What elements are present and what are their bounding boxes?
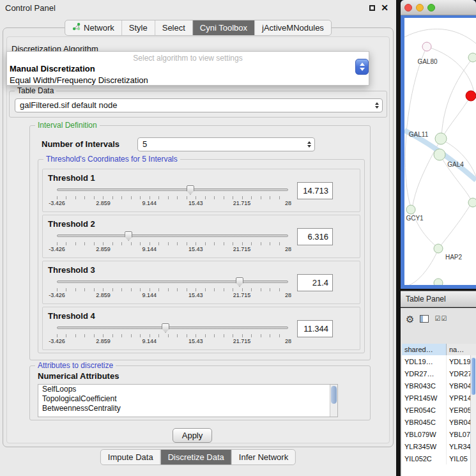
- network-node[interactable]: [468, 198, 476, 207]
- window-title: Control Panel: [5, 0, 56, 17]
- network-canvas[interactable]: GAL80 GAL11 GAL4 GCY1 HAP2: [404, 18, 476, 285]
- tab-impute-data-label: Impute Data: [108, 450, 153, 464]
- tick-label: -3.426: [49, 292, 65, 298]
- tab-impute-data[interactable]: Impute Data: [101, 450, 160, 464]
- threshold-1-slider-thumb[interactable]: [187, 185, 194, 195]
- table-scrollbar[interactable]: [470, 355, 476, 476]
- tab-style[interactable]: Style: [121, 20, 155, 35]
- node-label-hap2: HAP2: [445, 254, 463, 261]
- threshold-4-value-field[interactable]: 11.344: [297, 320, 333, 337]
- threshold-2-slider[interactable]: [57, 231, 288, 241]
- tab-jactivemnodules-label: jActiveMNodules: [262, 20, 324, 35]
- network-view-window: GAL80 GAL11 GAL4 GCY1 HAP2: [401, 0, 476, 289]
- slider-tick-marks: [57, 196, 288, 199]
- select-columns-icon[interactable]: ☑☑: [434, 316, 447, 322]
- table-row[interactable]: YDL19… YDL19: [402, 355, 476, 367]
- mac-close-icon[interactable]: [404, 4, 412, 12]
- table-data-combo[interactable]: galFiltered.sif default node: [15, 98, 383, 112]
- network-node-gal11[interactable]: [435, 133, 447, 144]
- chevron-up-icon: [360, 63, 365, 66]
- column-header-shared-name[interactable]: shared…: [402, 344, 447, 355]
- network-node-gcy1[interactable]: [406, 205, 415, 214]
- mac-minimize-icon[interactable]: [416, 4, 424, 12]
- tab-jactivemnodules[interactable]: jActiveMNodules: [254, 20, 331, 35]
- threshold-2-panel: Threshold 2 -3.426 2.859 9.144 15.43 21.…: [42, 215, 360, 258]
- table-row[interactable]: YDR27… YDR27: [402, 367, 476, 380]
- tab-cyni-toolbox-label: Cyni Toolbox: [200, 20, 247, 35]
- gear-icon[interactable]: ⚙: [406, 314, 414, 324]
- attributes-group: Attributes to discretize Numerical Attri…: [29, 365, 371, 420]
- table-panel-header[interactable]: Table Panel: [401, 291, 476, 307]
- algorithm-option-manual[interactable]: Manual Discretization: [7, 63, 369, 73]
- mac-zoom-icon[interactable]: [427, 4, 435, 12]
- network-graph: GAL80 GAL11 GAL4 GCY1 HAP2: [404, 18, 476, 285]
- table-data-combo-value: galFiltered.sif default node: [15, 99, 382, 112]
- list-item[interactable]: BetweennessCentrality: [38, 404, 337, 413]
- cell-shared-name: YDR27…: [402, 367, 447, 380]
- tab-discretize-data[interactable]: Discretize Data: [160, 450, 231, 464]
- tab-infer-network-label: Infer Network: [239, 450, 288, 464]
- chevron-down-icon: [360, 68, 365, 71]
- network-node-selected[interactable]: [466, 91, 476, 101]
- cell-shared-name: YBR043C: [402, 380, 447, 392]
- combo-stepper-icon: [375, 99, 379, 112]
- table-row[interactable]: YPR145W YPR14: [402, 392, 476, 404]
- attributes-scrollbar[interactable]: [330, 385, 337, 417]
- table-row[interactable]: YBL079W YBL07: [402, 428, 476, 440]
- cell-shared-name: YPR145W: [402, 392, 447, 404]
- tick-label: 9.144: [142, 200, 157, 206]
- tab-cyni-toolbox[interactable]: Cyni Toolbox: [192, 20, 254, 35]
- tab-network[interactable]: Network: [65, 20, 121, 35]
- close-icon[interactable]: ✕: [381, 3, 388, 13]
- table-row[interactable]: YBR045C YBR04: [402, 416, 476, 428]
- tick-label: -3.426: [49, 246, 65, 252]
- column-header-name[interactable]: na…: [447, 344, 476, 355]
- node-label-gal80: GAL80: [417, 58, 438, 65]
- threshold-1-value-field[interactable]: 14.713: [297, 182, 333, 199]
- tick-label: 2.859: [96, 246, 111, 252]
- table-row[interactable]: YIL052C YIL05: [402, 452, 476, 464]
- scrollbar-thumb[interactable]: [331, 386, 337, 404]
- threshold-1-label: Threshold 1: [48, 173, 95, 183]
- scrollbar-thumb[interactable]: [472, 358, 475, 395]
- tick-label: 2.859: [96, 200, 111, 206]
- threshold-3-panel: Threshold 3 -3.426 2.859 9.144 15.43 21.…: [42, 261, 360, 304]
- threshold-4-slider[interactable]: [57, 323, 288, 333]
- threshold-4-slider-thumb[interactable]: [162, 323, 169, 333]
- algorithm-placeholder: Select algorithm to view settings: [7, 52, 369, 63]
- threshold-2-value-field[interactable]: 6.316: [297, 228, 333, 245]
- threshold-4-panel: Threshold 4 -3.426 2.859 9.144 15.43 21.…: [42, 307, 360, 350]
- network-node[interactable]: [422, 42, 431, 51]
- number-of-intervals-combo[interactable]: 5: [137, 137, 315, 151]
- threshold-1-slider[interactable]: [57, 185, 288, 195]
- threshold-3-slider-thumb[interactable]: [236, 277, 243, 287]
- network-node[interactable]: [434, 279, 443, 285]
- table-row[interactable]: YBR043C YBR04: [402, 380, 476, 392]
- list-item[interactable]: TopologicalCoefficient: [38, 394, 337, 404]
- tab-select-label: Select: [162, 20, 185, 35]
- float-window-icon[interactable]: [369, 5, 375, 11]
- apply-button[interactable]: Apply: [173, 428, 212, 443]
- network-node-hap2[interactable]: [434, 244, 443, 253]
- algorithm-combo-button[interactable]: [355, 59, 369, 75]
- network-window-titlebar[interactable]: [401, 0, 476, 15]
- threshold-3-slider[interactable]: [57, 277, 288, 287]
- columns-icon[interactable]: [420, 315, 429, 323]
- tick-label: 9.144: [142, 338, 157, 344]
- tick-label: 28: [285, 200, 291, 206]
- tab-infer-network[interactable]: Infer Network: [231, 450, 295, 464]
- table-row[interactable]: YER054C YER05: [402, 404, 476, 416]
- table-panel: ⚙ ☑☑ shared… na… YDL19… YDL19 YDR27… YDR…: [401, 308, 476, 476]
- slider-track: [57, 188, 288, 191]
- tick-label: 21.715: [233, 200, 251, 206]
- algorithm-option-equal-width[interactable]: Equal Width/Frequency Discretization: [7, 73, 369, 85]
- list-item[interactable]: SelfLoops: [38, 385, 337, 394]
- numerical-attributes-list[interactable]: SelfLoops TopologicalCoefficient Between…: [38, 384, 338, 417]
- network-node[interactable]: [468, 53, 476, 62]
- table-row[interactable]: YLR345W YLR34: [402, 440, 476, 452]
- tab-select[interactable]: Select: [155, 20, 192, 35]
- slider-tick-labels: -3.426 2.859 9.144 15.43 21.715 28: [57, 338, 288, 346]
- threshold-3-value-field[interactable]: 21.4: [297, 274, 333, 291]
- network-node-gal4[interactable]: [434, 149, 445, 160]
- threshold-2-slider-thumb[interactable]: [125, 231, 132, 241]
